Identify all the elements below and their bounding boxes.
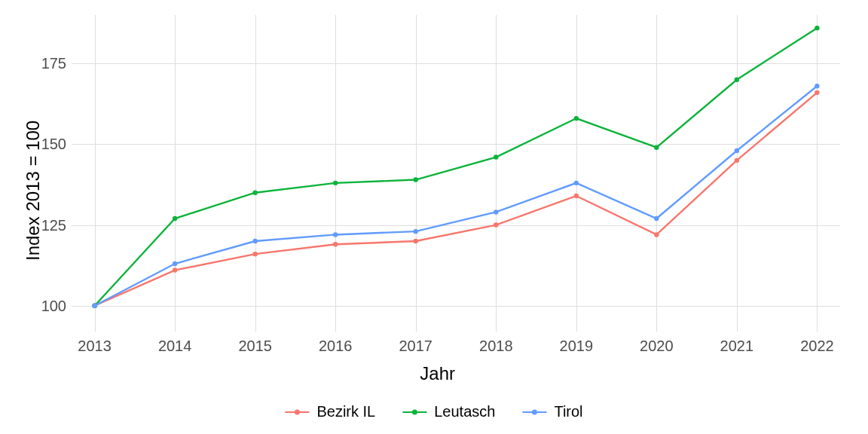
series-point bbox=[333, 181, 338, 185]
series-point bbox=[173, 216, 177, 221]
chart-container: Index 2013 = 100 100125150175 2013201420… bbox=[0, 0, 868, 434]
series-point bbox=[815, 90, 819, 95]
y-tick-label: 175 bbox=[29, 55, 66, 72]
series-line bbox=[95, 86, 818, 305]
x-tick-label: 2016 bbox=[319, 338, 353, 355]
series-point bbox=[333, 242, 338, 246]
legend-swatch bbox=[402, 406, 426, 418]
legend-label: Leutasch bbox=[434, 403, 495, 420]
x-tick-label: 2022 bbox=[800, 338, 834, 355]
series-point bbox=[574, 181, 579, 185]
x-tick-label: 2017 bbox=[399, 338, 432, 355]
series-point bbox=[735, 78, 739, 82]
legend-swatch bbox=[522, 406, 546, 418]
x-tick-label: 2020 bbox=[640, 338, 674, 355]
series-point bbox=[574, 116, 579, 121]
legend-item: Bezirk IL bbox=[285, 403, 375, 420]
series-point bbox=[815, 84, 819, 88]
series-point bbox=[735, 148, 739, 153]
series-point bbox=[414, 239, 418, 243]
series-point bbox=[333, 232, 338, 237]
plot-area bbox=[72, 15, 840, 332]
series-point bbox=[494, 209, 498, 214]
series-point bbox=[735, 158, 739, 163]
series-point bbox=[252, 252, 257, 256]
legend-label: Bezirk IL bbox=[316, 403, 375, 420]
series-point bbox=[252, 239, 257, 243]
legend-swatch bbox=[285, 406, 309, 418]
y-tick-label: 150 bbox=[29, 136, 66, 153]
series-point bbox=[92, 304, 96, 308]
y-tick-label: 125 bbox=[29, 216, 66, 234]
series-point bbox=[414, 229, 418, 234]
series-point bbox=[173, 261, 177, 266]
series-point bbox=[654, 216, 659, 221]
legend: Bezirk ILLeutaschTirol bbox=[285, 403, 582, 420]
series-layer bbox=[72, 15, 840, 332]
x-tick-label: 2019 bbox=[560, 338, 594, 355]
series-point bbox=[252, 191, 257, 195]
x-tick-label: 2018 bbox=[479, 338, 513, 355]
series-point bbox=[815, 26, 819, 30]
x-tick-label: 2021 bbox=[720, 338, 754, 355]
series-point bbox=[654, 145, 659, 150]
series-line bbox=[95, 93, 818, 306]
series-point bbox=[494, 154, 498, 159]
legend-label: Tirol bbox=[554, 403, 582, 420]
x-tick-label: 2015 bbox=[238, 338, 272, 355]
legend-item: Tirol bbox=[522, 403, 582, 420]
series-point bbox=[173, 267, 177, 272]
series-point bbox=[414, 177, 418, 182]
series-point bbox=[654, 232, 659, 237]
x-axis-title: Jahr bbox=[420, 363, 455, 384]
series-point bbox=[574, 194, 579, 198]
legend-item: Leutasch bbox=[402, 403, 495, 420]
y-tick-label: 100 bbox=[29, 297, 66, 314]
series-point bbox=[494, 222, 498, 227]
x-tick-label: 2014 bbox=[158, 338, 192, 355]
x-tick-label: 2013 bbox=[78, 338, 112, 355]
